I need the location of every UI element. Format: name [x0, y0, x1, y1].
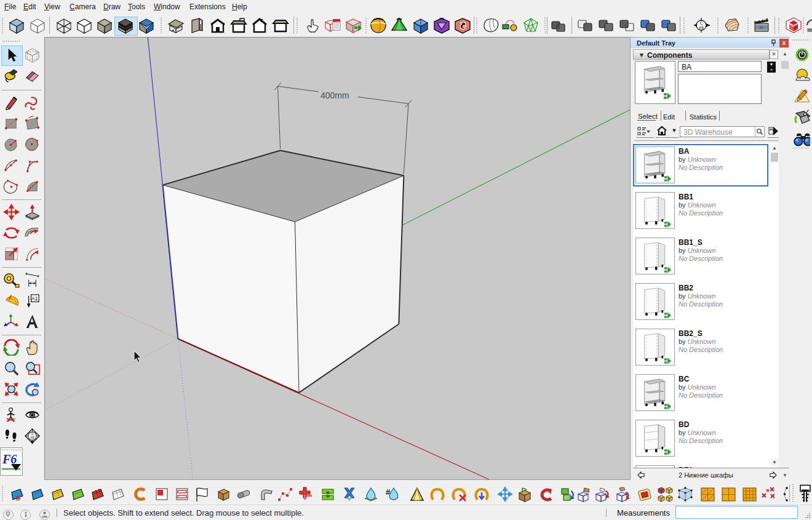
svg-text:400mm: 400mm	[320, 90, 349, 100]
svg-text:#: #	[16, 493, 21, 502]
svg-text:C: C	[699, 21, 703, 25]
svg-text:G: G	[31, 432, 34, 436]
svg-text:АВ: АВ	[699, 26, 704, 30]
svg-text:AB: AB	[30, 436, 34, 439]
svg-text:#: #	[386, 487, 391, 497]
svg-text:A1: A1	[31, 295, 38, 302]
